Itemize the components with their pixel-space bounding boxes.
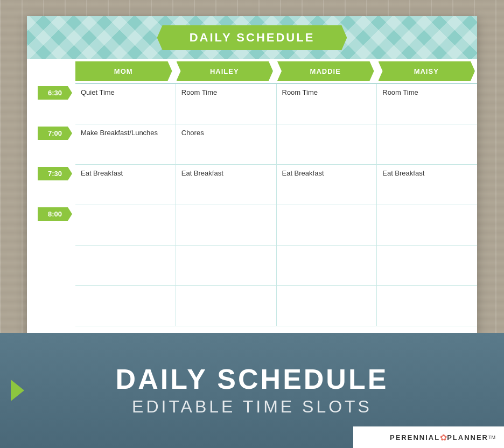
- grid-cell: [75, 286, 176, 326]
- grid-cell: Room Time: [176, 84, 277, 124]
- grid-area: MOMHAILEYMADDIEMAISY Quiet TimeRoom Time…: [75, 59, 477, 349]
- grid-cell: [277, 205, 377, 245]
- grid-row: Make Breakfast/LunchesChores: [75, 124, 477, 165]
- branding-area: PERENNIAL ✿ PLANNER TM: [353, 426, 504, 448]
- time-slot: [27, 286, 75, 326]
- flower-icon: ✿: [440, 432, 447, 443]
- column-header-hailey: HAILEY: [177, 61, 274, 81]
- grid-cell: [277, 286, 377, 326]
- time-slot: 7:00: [27, 124, 75, 165]
- schedule-page: DAILY SCHEDULE 6:307:007:308:00 MOMHAILE…: [27, 16, 477, 349]
- grid-row: [75, 205, 477, 246]
- time-badge: 6:30: [38, 86, 72, 100]
- grid-row: Eat BreakfastEat BreakfastEat BreakfastE…: [75, 165, 477, 205]
- grid-rows: Quiet TimeRoom TimeRoom TimeRoom TimeMak…: [75, 84, 477, 349]
- grid-cell: [277, 124, 377, 164]
- bottom-subtitle: EDITABLE TIME SLOTS: [132, 397, 372, 417]
- time-slot: [27, 246, 75, 286]
- bottom-banner: DAILY SCHEDULE EDITABLE TIME SLOTS PEREN…: [0, 333, 504, 448]
- title-banner: DAILY SCHEDULE: [157, 25, 347, 50]
- grid-cell: [277, 246, 377, 285]
- grid-cell: [377, 286, 477, 326]
- chevron-header: DAILY SCHEDULE: [27, 16, 477, 59]
- time-slot: 7:30: [27, 165, 75, 205]
- grid-cell: Make Breakfast/Lunches: [75, 124, 176, 164]
- grid-cell: Eat Breakfast: [75, 165, 176, 205]
- grid-cell: [176, 246, 277, 285]
- grid-cell: Room Time: [277, 84, 377, 124]
- time-slot: 8:00: [27, 205, 75, 246]
- grid-cell: [377, 124, 477, 164]
- grid-cell: [377, 246, 477, 285]
- grid-row: Quiet TimeRoom TimeRoom TimeRoom Time: [75, 84, 477, 124]
- branding-planner: PLANNER: [447, 433, 488, 442]
- column-header-maisy: MAISY: [379, 61, 475, 81]
- grid-cell: [75, 246, 176, 285]
- grid-row: [75, 286, 477, 326]
- column-headers: MOMHAILEYMADDIEMAISY: [75, 59, 477, 84]
- grid-cell: [176, 205, 277, 245]
- branding-perennial: PERENNIAL: [390, 433, 440, 442]
- grid-cell: Eat Breakfast: [277, 165, 377, 205]
- grid-cell: Chores: [176, 124, 277, 164]
- bottom-main-title: DAILY SCHEDULE: [116, 364, 389, 395]
- grid-cell: [75, 205, 176, 245]
- grid-cell: [176, 286, 277, 326]
- grid-cell: Quiet Time: [75, 84, 176, 124]
- trademark-symbol: TM: [488, 435, 495, 440]
- grid-cell: Eat Breakfast: [377, 165, 477, 205]
- column-header-mom: MOM: [75, 61, 172, 81]
- grid-cell: Eat Breakfast: [176, 165, 277, 205]
- time-badge: 7:30: [38, 167, 72, 180]
- schedule-area: 6:307:007:308:00 MOMHAILEYMADDIEMAISY Qu…: [27, 59, 477, 349]
- schedule-title: DAILY SCHEDULE: [190, 31, 315, 44]
- time-badge: 7:00: [38, 127, 72, 140]
- time-column: 6:307:007:308:00: [27, 59, 75, 349]
- column-header-maddie: MADDIE: [277, 61, 374, 81]
- bottom-arrow-icon: [11, 380, 24, 401]
- grid-cell: [377, 205, 477, 245]
- time-slot: 6:30: [27, 84, 75, 124]
- grid-row: [75, 246, 477, 286]
- time-badge: 8:00: [38, 207, 72, 221]
- grid-cell: Room Time: [377, 84, 477, 124]
